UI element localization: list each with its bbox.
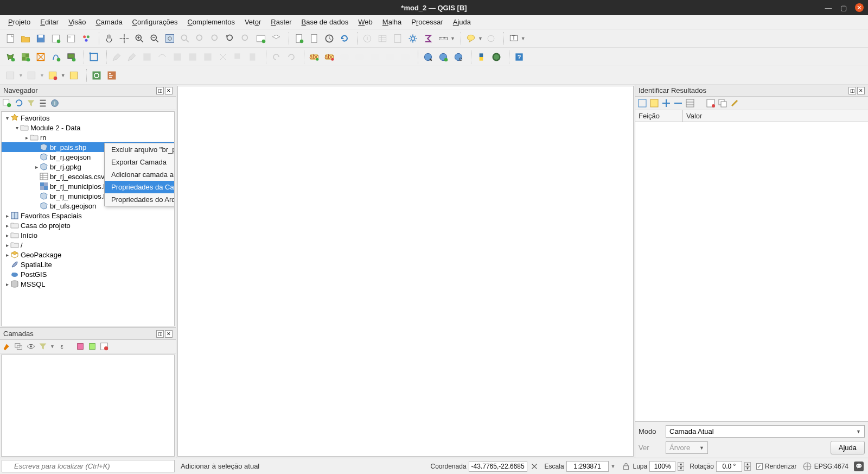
identify-results-tree[interactable] xyxy=(635,122,868,421)
mode-select[interactable]: Camada Atual ▼ xyxy=(666,425,865,438)
menu-malha[interactable]: Malha xyxy=(378,16,406,28)
locator-input[interactable] xyxy=(2,460,175,472)
menu-complementos[interactable]: Complementos xyxy=(182,16,239,28)
epsg-label[interactable]: EPSG:4674 xyxy=(814,463,848,470)
menu-ajuda[interactable]: Ajuda xyxy=(448,16,476,28)
collapse-all-icon[interactable] xyxy=(38,98,48,108)
label-tool-5-icon[interactable] xyxy=(398,50,412,64)
menu-projeto[interactable]: Projeto xyxy=(3,16,35,28)
panel-close-button[interactable]: ✕ xyxy=(165,87,173,94)
ident-copy-icon[interactable] xyxy=(718,98,727,108)
identify-col-feature[interactable]: Feição xyxy=(635,110,683,122)
mesh-layer-icon[interactable] xyxy=(34,50,48,64)
zoom-layer-icon[interactable] xyxy=(193,31,207,46)
menu-processar[interactable]: Processar xyxy=(406,16,448,28)
ident-tool-1-icon[interactable] xyxy=(637,98,647,108)
field-calc-icon[interactable] xyxy=(391,31,405,46)
quickosm-settings-icon[interactable] xyxy=(105,68,119,83)
menu-raster[interactable]: Raster xyxy=(266,16,296,28)
spin-up[interactable]: ▲ xyxy=(678,462,684,466)
label-diagram-icon[interactable]: abc xyxy=(322,50,336,64)
vector-layer-icon[interactable] xyxy=(3,50,17,64)
expand-all-icon[interactable] xyxy=(75,342,85,351)
coord-input[interactable] xyxy=(469,461,527,472)
context-menu-item[interactable]: Exportar Camada▶ xyxy=(105,156,175,168)
metasearch-icon[interactable] xyxy=(421,50,435,64)
rotation-input[interactable] xyxy=(716,461,742,472)
add-feature-icon[interactable] xyxy=(140,50,154,64)
panel-float-button[interactable]: ◫ xyxy=(156,87,164,94)
label-tool-1-icon[interactable] xyxy=(337,50,352,64)
zoom-out-icon[interactable] xyxy=(148,31,162,46)
filter-layers-icon[interactable] xyxy=(38,342,48,351)
add-group-icon[interactable] xyxy=(14,342,24,351)
zoom-next-icon[interactable] xyxy=(239,31,253,46)
zoom-in-icon[interactable] xyxy=(132,31,146,46)
cut-feature-icon[interactable] xyxy=(216,50,230,64)
refresh-icon[interactable] xyxy=(337,31,352,46)
scale-input[interactable] xyxy=(566,461,609,472)
identify-col-value[interactable]: Valor xyxy=(683,110,868,122)
label-tool-4-icon[interactable] xyxy=(383,50,397,64)
save-project-icon[interactable] xyxy=(34,31,48,46)
label-tool-2-icon[interactable] xyxy=(353,50,367,64)
identify-icon[interactable]: i xyxy=(360,31,374,46)
panel-close-button[interactable]: ✕ xyxy=(165,330,173,338)
context-menu-item[interactable]: Propriedades do Arquivo… xyxy=(105,193,175,206)
text-annotation-icon[interactable]: T xyxy=(507,31,521,46)
menu-vetor[interactable]: Vetor xyxy=(240,16,266,28)
menu-camada[interactable]: Camada xyxy=(91,16,127,28)
new-3d-view-icon[interactable] xyxy=(269,31,283,46)
help-icon[interactable]: ? xyxy=(512,50,526,64)
attribute-table-icon[interactable] xyxy=(375,31,390,46)
zoom-native-icon[interactable] xyxy=(208,31,222,46)
osm-tools-icon[interactable] xyxy=(489,50,503,64)
menu-web[interactable]: Web xyxy=(353,16,378,28)
browser-tree[interactable]: ▾Favoritos▾Module 2 - Data▸rnbr_pais.shp… xyxy=(1,111,175,326)
ident-clear-icon[interactable] xyxy=(706,98,716,108)
spin-up[interactable]: ▲ xyxy=(744,462,751,466)
tree-item-rn[interactable]: ▸rn xyxy=(2,132,174,142)
map-canvas[interactable] xyxy=(177,86,634,457)
panel-close-button[interactable]: ✕ xyxy=(857,87,865,94)
globe-add-icon[interactable] xyxy=(436,50,450,64)
quickosm-icon[interactable] xyxy=(90,68,104,83)
redo-icon[interactable] xyxy=(284,50,298,64)
render-checkbox[interactable] xyxy=(756,463,763,470)
panel-float-button[interactable]: ◫ xyxy=(848,87,856,94)
menu-visão[interactable]: Visão xyxy=(63,16,91,28)
view-select[interactable]: Árvore ▼ xyxy=(666,441,708,454)
edit-shape-icon[interactable] xyxy=(87,50,101,64)
ident-expand-icon[interactable] xyxy=(661,98,671,108)
collapse-all-layers-icon[interactable] xyxy=(87,342,97,351)
label-tool-3-icon[interactable] xyxy=(368,50,382,64)
zoom-last-icon[interactable] xyxy=(224,31,238,46)
tree-item-favoritos-espaciais[interactable]: ▸Favoritos Espaciais xyxy=(2,211,174,220)
sigma-icon[interactable] xyxy=(421,31,435,46)
paste-feature-icon[interactable] xyxy=(246,50,260,64)
spin-down[interactable]: ▼ xyxy=(744,466,751,471)
remove-layer-icon[interactable] xyxy=(99,342,109,351)
context-menu-item[interactable]: Excluir arquivo "br_pais.shp"… xyxy=(105,143,175,156)
tree-item-in-cio[interactable]: ▸Início xyxy=(2,230,174,240)
layers-tree[interactable] xyxy=(1,355,175,457)
menu-configurações[interactable]: Configurações xyxy=(127,16,183,28)
delete-feature-icon[interactable] xyxy=(201,50,215,64)
processing-gear-icon[interactable] xyxy=(406,31,420,46)
label-abc-icon[interactable]: abc xyxy=(307,50,321,64)
magnifier-input[interactable] xyxy=(649,461,675,472)
lock-scale-icon[interactable] xyxy=(621,462,631,471)
crs-icon[interactable] xyxy=(802,462,812,471)
coord-toggle-icon[interactable] xyxy=(529,462,539,471)
node-tool-icon[interactable] xyxy=(186,50,200,64)
maximize-button[interactable]: ▢ xyxy=(840,4,847,11)
ident-form-icon[interactable] xyxy=(685,98,695,108)
tree-item--[interactable]: ▸/ xyxy=(2,240,174,250)
panel-float-button[interactable]: ◫ xyxy=(156,330,164,338)
messages-icon[interactable]: 💬 xyxy=(854,462,864,471)
action-icon[interactable] xyxy=(484,31,498,46)
context-menu-item[interactable]: Adicionar camada ao projeto xyxy=(105,168,175,181)
select-expr-icon[interactable] xyxy=(24,68,39,83)
add-layer-icon[interactable] xyxy=(2,98,12,108)
show-bookmarks-icon[interactable] xyxy=(307,31,321,46)
